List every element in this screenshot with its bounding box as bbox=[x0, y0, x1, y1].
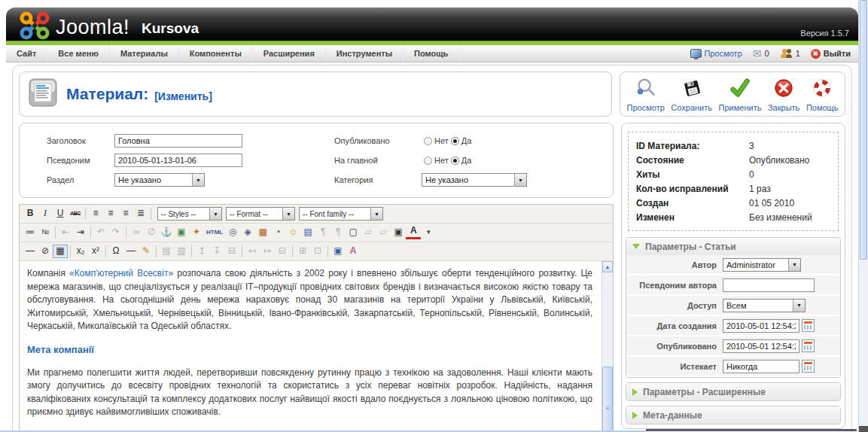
alias-label: Псевдоним bbox=[26, 156, 114, 165]
messages-indicator[interactable]: ✉ 0 bbox=[753, 49, 769, 58]
fullpage-icon[interactable]: ▣ bbox=[330, 245, 346, 258]
bold-icon[interactable]: B bbox=[23, 207, 38, 221]
preview-button-label[interactable]: Просмотр bbox=[627, 103, 665, 112]
preview-button[interactable]: Просмотр bbox=[627, 77, 665, 112]
insert-date-icon[interactable]: ▦ bbox=[255, 226, 270, 239]
italic-icon[interactable]: I bbox=[38, 207, 53, 221]
title-input[interactable] bbox=[114, 134, 242, 148]
save-button-label[interactable]: Сохранить bbox=[671, 103, 712, 112]
company-link[interactable]: «Комп'ютерний Всесвіт» bbox=[69, 268, 173, 278]
find-icon[interactable]: ◎ bbox=[225, 226, 240, 239]
remove-format-icon[interactable]: ⊘ bbox=[38, 245, 53, 258]
frontpage-yes-radio[interactable] bbox=[451, 157, 459, 165]
format-select[interactable]: -- Format -- ▼ bbox=[226, 207, 295, 221]
menu-content[interactable]: Материалы bbox=[110, 45, 179, 62]
alias-input[interactable] bbox=[114, 154, 242, 167]
toggle-guidelines-icon[interactable]: ▢ bbox=[346, 226, 361, 239]
calendar-icon[interactable] bbox=[802, 339, 815, 352]
access-select[interactable]: Всем ▼ bbox=[723, 299, 806, 312]
scrollbar-bottom-button[interactable] bbox=[859, 426, 868, 432]
emoticons-icon[interactable]: ☺ bbox=[285, 226, 300, 239]
insert-col-after-icon: ↦ bbox=[260, 245, 275, 258]
strikethrough-icon[interactable]: ABC bbox=[68, 207, 83, 221]
params-article-header[interactable]: Параметры - Статьи bbox=[626, 238, 840, 255]
align-justify-icon[interactable]: ≣ bbox=[133, 207, 148, 221]
editor-scrollbar-thumb[interactable]: ≡ bbox=[602, 367, 613, 432]
author-alias-input[interactable] bbox=[723, 278, 815, 292]
close-button[interactable]: Закрыть bbox=[768, 77, 799, 112]
advanced-hr-icon[interactable]: ― bbox=[123, 245, 139, 258]
scroll-up-icon[interactable]: ▲ bbox=[602, 261, 613, 272]
logout-label[interactable]: Выйти bbox=[824, 49, 851, 58]
created-date-input[interactable] bbox=[723, 319, 799, 333]
help-button-label[interactable]: Помощь bbox=[806, 103, 839, 112]
params-advanced-header[interactable]: Параметры - Расширенные bbox=[626, 383, 840, 400]
align-left-icon[interactable]: ≡ bbox=[88, 207, 103, 221]
insert-time-icon[interactable]: ◔ bbox=[270, 226, 285, 239]
params-article-panel: Параметры - Статьи Автор Administrator ▼… bbox=[626, 237, 841, 378]
joomla-logo-icon bbox=[18, 10, 51, 44]
subscript-icon[interactable]: x₂ bbox=[73, 245, 88, 258]
menu-site[interactable]: Сайт bbox=[6, 45, 47, 62]
apply-button[interactable]: Применить bbox=[719, 77, 762, 112]
published-no-radio[interactable] bbox=[424, 137, 432, 145]
save-button[interactable]: Сохранить bbox=[671, 77, 712, 112]
created-date-row: Дата создания bbox=[626, 316, 840, 336]
bullet-list-icon[interactable]: ≔ bbox=[23, 226, 38, 239]
expires-input[interactable] bbox=[723, 360, 799, 373]
editor-scrollbar[interactable]: ▲ ≡ bbox=[602, 261, 613, 432]
numbered-list-icon[interactable]: № bbox=[38, 226, 53, 239]
move-backward-icon: ▱ bbox=[376, 226, 391, 239]
menu-extensions[interactable]: Расширения bbox=[253, 45, 326, 62]
indent-icon[interactable]: ⇥ bbox=[73, 226, 88, 239]
anchor-icon[interactable]: ⚓ bbox=[159, 226, 174, 239]
menu-all-menus[interactable]: Все меню bbox=[47, 45, 110, 62]
insert-image-icon[interactable]: ▣ bbox=[174, 226, 189, 239]
insert-media-icon[interactable]: ▤ bbox=[300, 226, 315, 239]
text-color-icon[interactable]: A bbox=[406, 226, 421, 239]
published-date-input[interactable] bbox=[723, 339, 799, 353]
insert-link-icon: ∞ bbox=[129, 226, 144, 239]
paragraph: Компанія «Комп'ютерний Всесвіт» розпочал… bbox=[27, 267, 592, 333]
apply-button-label[interactable]: Применить bbox=[719, 103, 762, 112]
browser-scrollbar-thumb[interactable] bbox=[860, 0, 867, 260]
calendar-icon[interactable] bbox=[802, 360, 815, 373]
menu-components[interactable]: Компоненты bbox=[179, 45, 253, 62]
category-select[interactable]: Не указано ▼ bbox=[422, 173, 527, 187]
style-info-icon[interactable]: A bbox=[346, 245, 361, 258]
html-source-icon[interactable]: HTML bbox=[204, 226, 225, 239]
insert-layer-icon[interactable]: ▣ bbox=[391, 226, 406, 239]
logout-link[interactable]: ✖ Выйти bbox=[811, 49, 851, 59]
styles-select[interactable]: -- Styles -- ▼ bbox=[157, 207, 222, 221]
close-button-label[interactable]: Закрыть bbox=[768, 103, 799, 112]
align-center-icon[interactable]: ≡ bbox=[103, 207, 118, 221]
superscript-icon[interactable]: x² bbox=[88, 245, 103, 258]
help-button[interactable]: Помощь bbox=[806, 77, 839, 112]
underline-icon[interactable]: U bbox=[53, 207, 68, 221]
metadata-header[interactable]: Мета-данные bbox=[626, 406, 840, 424]
edit-css-icon[interactable]: ✎ bbox=[139, 245, 154, 258]
font-family-select[interactable]: -- Font family -- ▼ bbox=[299, 207, 383, 221]
toolbar-separator bbox=[85, 208, 86, 220]
author-select[interactable]: Administrator ▼ bbox=[723, 258, 801, 272]
menu-help[interactable]: Помощь bbox=[404, 45, 459, 62]
find-replace-icon[interactable]: ◈ bbox=[240, 226, 255, 239]
section-field-row: Раздел Не указано ▼ bbox=[26, 170, 316, 190]
special-char-icon[interactable]: Ω bbox=[108, 245, 123, 258]
editor-body: Компанія «Комп'ютерний Всесвіт» розпочал… bbox=[20, 261, 613, 432]
align-right-icon[interactable]: ≡ bbox=[118, 207, 133, 221]
preview-link[interactable]: Просмотр bbox=[690, 49, 742, 58]
visual-aid-icon[interactable]: ▦ bbox=[53, 245, 68, 258]
cleanup-icon[interactable]: ✦ bbox=[189, 226, 204, 239]
frontpage-no-radio[interactable] bbox=[424, 157, 432, 165]
menu-tools[interactable]: Инструменты bbox=[326, 45, 404, 62]
text-color-arrow-icon[interactable]: ▾ bbox=[421, 226, 436, 239]
online-users-indicator[interactable]: 1 bbox=[780, 48, 800, 59]
published-yes-radio[interactable] bbox=[451, 137, 459, 145]
editor-content[interactable]: Компанія «Комп'ютерний Всесвіт» розпочал… bbox=[20, 261, 602, 432]
browser-scrollbar[interactable] bbox=[858, 0, 868, 432]
horizontal-rule-icon[interactable]: — bbox=[23, 245, 38, 258]
section-select[interactable]: Не указано ▼ bbox=[114, 173, 205, 187]
calendar-icon[interactable] bbox=[802, 319, 815, 332]
preview-label[interactable]: Просмотр bbox=[705, 49, 742, 58]
